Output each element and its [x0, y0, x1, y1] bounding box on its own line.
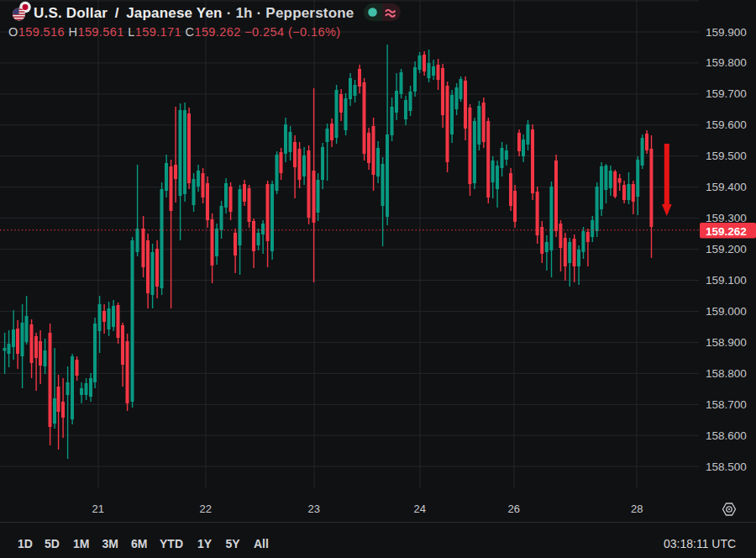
svg-text:159.262: 159.262	[706, 225, 747, 238]
